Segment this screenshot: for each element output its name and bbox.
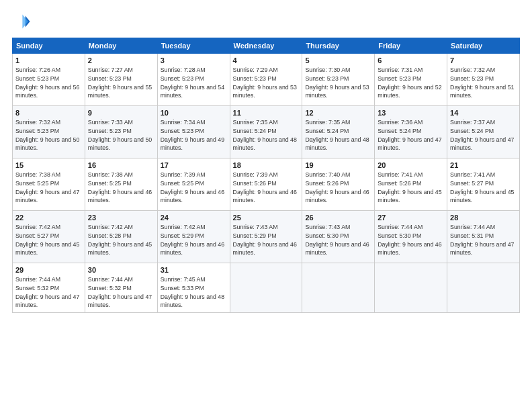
day-detail: Sunrise: 7:45 AM Sunset: 5:33 PM Dayligh…: [161, 275, 227, 310]
col-header-wednesday: Wednesday: [230, 38, 302, 54]
day-detail: Sunrise: 7:44 AM Sunset: 5:31 PM Dayligh…: [450, 223, 517, 257]
day-number: 3: [161, 56, 227, 64]
day-number: 24: [161, 214, 227, 222]
day-detail: Sunrise: 7:40 AM Sunset: 5:26 PM Dayligh…: [305, 171, 371, 205]
day-number: 1: [15, 56, 82, 64]
day-detail: Sunrise: 7:29 AM Sunset: 5:23 PM Dayligh…: [233, 66, 300, 100]
day-cell-18: 18 Sunrise: 7:39 AM Sunset: 5:26 PM Dayl…: [230, 158, 302, 211]
day-number: 6: [378, 56, 444, 64]
day-cell-12: 12 Sunrise: 7:35 AM Sunset: 5:24 PM Dayl…: [302, 106, 375, 158]
day-cell-17: 17 Sunrise: 7:39 AM Sunset: 5:25 PM Dayl…: [157, 158, 230, 211]
day-cell-24: 24 Sunrise: 7:42 AM Sunset: 5:29 PM Dayl…: [157, 211, 230, 263]
day-cell-13: 13 Sunrise: 7:36 AM Sunset: 5:24 PM Dayl…: [375, 106, 447, 158]
day-cell-5: 5 Sunrise: 7:30 AM Sunset: 5:23 PM Dayli…: [302, 54, 375, 106]
day-cell-4: 4 Sunrise: 7:29 AM Sunset: 5:23 PM Dayli…: [230, 54, 302, 106]
day-number: 11: [233, 109, 300, 117]
page: SundayMondayTuesdayWednesdayThursdayFrid…: [0, 0, 532, 411]
day-number: 2: [88, 56, 154, 64]
day-detail: Sunrise: 7:44 AM Sunset: 5:32 PM Dayligh…: [88, 275, 154, 310]
day-cell-31: 31 Sunrise: 7:45 AM Sunset: 5:33 PM Dayl…: [157, 263, 230, 313]
day-number: 15: [15, 161, 82, 169]
calendar-week-1: 1 Sunrise: 7:26 AM Sunset: 5:23 PM Dayli…: [13, 54, 520, 106]
svg-marker-1: [22, 15, 28, 29]
day-number: 29: [15, 266, 82, 274]
day-detail: Sunrise: 7:35 AM Sunset: 5:24 PM Dayligh…: [305, 118, 371, 152]
day-cell-29: 29 Sunrise: 7:44 AM Sunset: 5:32 PM Dayl…: [13, 263, 85, 313]
day-detail: Sunrise: 7:33 AM Sunset: 5:23 PM Dayligh…: [88, 118, 154, 152]
day-cell-8: 8 Sunrise: 7:32 AM Sunset: 5:23 PM Dayli…: [13, 106, 85, 158]
day-cell-7: 7 Sunrise: 7:32 AM Sunset: 5:23 PM Dayli…: [447, 54, 520, 106]
day-detail: Sunrise: 7:42 AM Sunset: 5:28 PM Dayligh…: [88, 223, 154, 257]
day-cell-26: 26 Sunrise: 7:43 AM Sunset: 5:30 PM Dayl…: [302, 211, 375, 263]
day-cell-10: 10 Sunrise: 7:34 AM Sunset: 5:23 PM Dayl…: [157, 106, 230, 158]
day-detail: Sunrise: 7:38 AM Sunset: 5:25 PM Dayligh…: [88, 171, 154, 205]
day-detail: Sunrise: 7:34 AM Sunset: 5:23 PM Dayligh…: [161, 118, 227, 152]
day-detail: Sunrise: 7:38 AM Sunset: 5:25 PM Dayligh…: [15, 171, 82, 205]
day-number: 23: [88, 214, 154, 222]
day-detail: Sunrise: 7:43 AM Sunset: 5:29 PM Dayligh…: [233, 223, 300, 257]
day-number: 26: [305, 214, 371, 222]
day-cell-16: 16 Sunrise: 7:38 AM Sunset: 5:25 PM Dayl…: [85, 158, 157, 211]
day-number: 27: [378, 214, 444, 222]
day-detail: Sunrise: 7:28 AM Sunset: 5:23 PM Dayligh…: [161, 66, 227, 100]
empty-cell: [230, 263, 302, 313]
day-cell-20: 20 Sunrise: 7:41 AM Sunset: 5:26 PM Dayl…: [375, 158, 447, 211]
day-number: 4: [233, 56, 300, 64]
logo: [12, 12, 32, 31]
calendar-week-5: 29 Sunrise: 7:44 AM Sunset: 5:32 PM Dayl…: [13, 263, 520, 313]
day-cell-30: 30 Sunrise: 7:44 AM Sunset: 5:32 PM Dayl…: [85, 263, 157, 313]
day-cell-14: 14 Sunrise: 7:37 AM Sunset: 5:24 PM Dayl…: [447, 106, 520, 158]
day-detail: Sunrise: 7:37 AM Sunset: 5:24 PM Dayligh…: [450, 118, 517, 152]
day-cell-6: 6 Sunrise: 7:31 AM Sunset: 5:23 PM Dayli…: [375, 54, 447, 106]
day-detail: Sunrise: 7:39 AM Sunset: 5:25 PM Dayligh…: [161, 171, 227, 205]
day-number: 28: [450, 214, 517, 222]
day-detail: Sunrise: 7:42 AM Sunset: 5:27 PM Dayligh…: [15, 223, 82, 257]
day-cell-25: 25 Sunrise: 7:43 AM Sunset: 5:29 PM Dayl…: [230, 211, 302, 263]
day-number: 5: [305, 56, 371, 64]
day-cell-11: 11 Sunrise: 7:35 AM Sunset: 5:24 PM Dayl…: [230, 106, 302, 158]
day-cell-9: 9 Sunrise: 7:33 AM Sunset: 5:23 PM Dayli…: [85, 106, 157, 158]
day-number: 9: [88, 109, 154, 117]
empty-cell: [447, 263, 520, 313]
day-number: 31: [161, 266, 227, 274]
day-cell-2: 2 Sunrise: 7:27 AM Sunset: 5:23 PM Dayli…: [85, 54, 157, 106]
day-detail: Sunrise: 7:32 AM Sunset: 5:23 PM Dayligh…: [15, 118, 82, 152]
day-cell-1: 1 Sunrise: 7:26 AM Sunset: 5:23 PM Dayli…: [13, 54, 85, 106]
day-detail: Sunrise: 7:27 AM Sunset: 5:23 PM Dayligh…: [88, 66, 154, 100]
header: [12, 12, 520, 31]
col-header-thursday: Thursday: [302, 38, 375, 54]
day-cell-23: 23 Sunrise: 7:42 AM Sunset: 5:28 PM Dayl…: [85, 211, 157, 263]
day-cell-3: 3 Sunrise: 7:28 AM Sunset: 5:23 PM Dayli…: [157, 54, 230, 106]
day-detail: Sunrise: 7:42 AM Sunset: 5:29 PM Dayligh…: [161, 223, 227, 257]
logo-icon: [12, 12, 31, 31]
day-number: 19: [305, 161, 371, 169]
day-detail: Sunrise: 7:31 AM Sunset: 5:23 PM Dayligh…: [378, 66, 444, 100]
calendar-table: SundayMondayTuesdayWednesdayThursdayFrid…: [12, 38, 520, 313]
day-number: 7: [450, 56, 517, 64]
day-detail: Sunrise: 7:44 AM Sunset: 5:30 PM Dayligh…: [378, 223, 444, 257]
day-cell-27: 27 Sunrise: 7:44 AM Sunset: 5:30 PM Dayl…: [375, 211, 447, 263]
day-detail: Sunrise: 7:39 AM Sunset: 5:26 PM Dayligh…: [233, 171, 300, 205]
day-number: 30: [88, 266, 154, 274]
col-header-tuesday: Tuesday: [157, 38, 230, 54]
day-detail: Sunrise: 7:36 AM Sunset: 5:24 PM Dayligh…: [378, 118, 444, 152]
day-number: 25: [233, 214, 300, 222]
day-number: 14: [450, 109, 517, 117]
day-detail: Sunrise: 7:32 AM Sunset: 5:23 PM Dayligh…: [450, 66, 517, 100]
day-detail: Sunrise: 7:30 AM Sunset: 5:23 PM Dayligh…: [305, 66, 371, 100]
day-number: 17: [161, 161, 227, 169]
day-number: 18: [233, 161, 300, 169]
day-cell-22: 22 Sunrise: 7:42 AM Sunset: 5:27 PM Dayl…: [13, 211, 85, 263]
day-detail: Sunrise: 7:41 AM Sunset: 5:27 PM Dayligh…: [450, 171, 517, 205]
day-cell-28: 28 Sunrise: 7:44 AM Sunset: 5:31 PM Dayl…: [447, 211, 520, 263]
day-number: 21: [450, 161, 517, 169]
col-header-saturday: Saturday: [447, 38, 520, 54]
calendar-week-2: 8 Sunrise: 7:32 AM Sunset: 5:23 PM Dayli…: [13, 106, 520, 158]
day-number: 20: [378, 161, 444, 169]
col-header-friday: Friday: [375, 38, 447, 54]
calendar-week-4: 22 Sunrise: 7:42 AM Sunset: 5:27 PM Dayl…: [13, 211, 520, 263]
day-detail: Sunrise: 7:43 AM Sunset: 5:30 PM Dayligh…: [305, 223, 371, 257]
calendar-header-row: SundayMondayTuesdayWednesdayThursdayFrid…: [13, 38, 520, 54]
empty-cell: [302, 263, 375, 313]
empty-cell: [375, 263, 447, 313]
